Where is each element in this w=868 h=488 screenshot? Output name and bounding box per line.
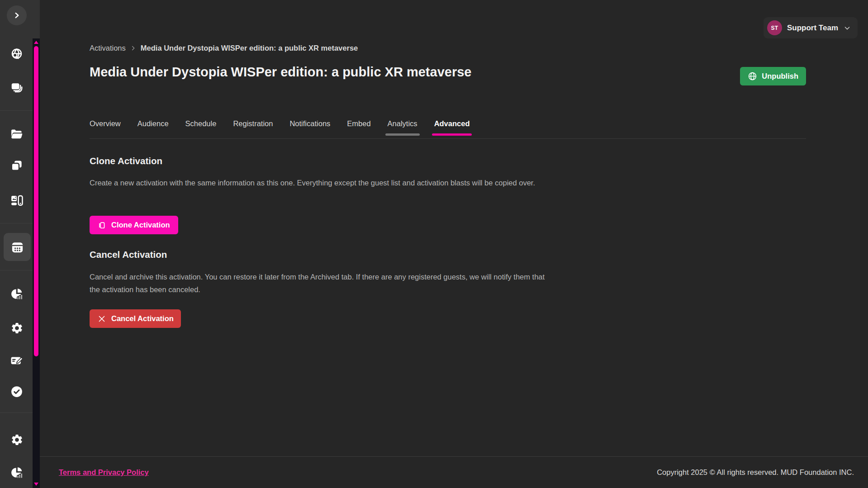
breadcrumb-current: Media Under Dystopia WISPer edition: a p… — [141, 44, 358, 52]
sidebar-item-admin-settings[interactable] — [7, 430, 27, 450]
tab-bar: Overview Audience Schedule Registration … — [90, 114, 806, 139]
sidebar-item-collections[interactable] — [7, 77, 27, 97]
clone-activation-button[interactable]: Clone Activation — [90, 216, 178, 234]
sidebar-item-analytics[interactable] — [7, 284, 27, 304]
sidebar-expand-button[interactable] — [7, 5, 27, 25]
globe-icon — [748, 71, 757, 81]
globe-search-icon — [10, 47, 24, 61]
scrollbar-thumb[interactable] — [34, 46, 38, 356]
pie-chart-icon — [10, 466, 24, 479]
media-layout-icon — [10, 194, 24, 207]
cancel-activation-button[interactable]: Cancel Activation — [90, 309, 181, 328]
stacked-cards-icon — [10, 81, 24, 94]
chevron-right-icon — [11, 9, 23, 21]
clone-button-label: Clone Activation — [111, 221, 170, 229]
clone-section-title: Clone Activation — [90, 156, 162, 166]
tab-audience[interactable]: Audience — [138, 114, 169, 138]
sidebar-item-explore[interactable] — [7, 44, 27, 64]
sidebar-item-approvals[interactable] — [7, 382, 27, 402]
breadcrumb: Activations Media Under Dystopia WISPer … — [90, 44, 358, 52]
sidebar-divider — [0, 223, 33, 223]
tab-schedule[interactable]: Schedule — [185, 114, 217, 138]
gear-icon — [10, 322, 24, 335]
vertical-scrollbar[interactable] — [33, 38, 40, 488]
tab-embed[interactable]: Embed — [347, 114, 370, 138]
main-area: ST Support Team Activations Media Under … — [40, 0, 868, 488]
sidebar-item-activations[interactable] — [4, 233, 31, 261]
clone-icon — [98, 221, 107, 230]
sidebar-item-reports[interactable] — [7, 463, 27, 483]
sidebar-item-duplicates[interactable] — [7, 156, 27, 175]
scroll-up-arrow[interactable] — [34, 41, 38, 44]
copy-icon — [10, 159, 24, 172]
sidebar-divider — [0, 110, 33, 111]
sidebar-divider — [0, 412, 33, 413]
unpublish-button[interactable]: Unpublish — [740, 67, 806, 85]
page-content: Activations Media Under Dystopia WISPer … — [90, 0, 806, 488]
calendar-icon — [10, 240, 24, 254]
unpublish-button-label: Unpublish — [762, 72, 798, 81]
sidebar-item-card-editor[interactable] — [7, 351, 27, 370]
sidebar-divider — [0, 270, 33, 270]
tab-overview[interactable]: Overview — [90, 114, 121, 138]
tab-advanced[interactable]: Advanced — [434, 114, 470, 138]
card-edit-icon — [10, 354, 24, 367]
chevron-down-icon — [843, 24, 851, 32]
sidebar-item-media-layout[interactable] — [7, 190, 27, 210]
chevron-right-icon — [130, 45, 137, 52]
breadcrumb-activations-link[interactable]: Activations — [90, 44, 126, 52]
check-circle-icon — [10, 385, 24, 398]
tab-analytics[interactable]: Analytics — [388, 114, 417, 138]
sidebar-item-settings[interactable] — [7, 318, 27, 338]
clone-section-description: Create a new activation with the same in… — [90, 176, 535, 189]
cancel-section-title: Cancel Activation — [90, 249, 167, 260]
footer: Terms and Privacy Policy Copyright 2025 … — [40, 456, 868, 488]
sidebar-item-files[interactable] — [7, 124, 27, 144]
folder-open-icon — [10, 128, 24, 141]
tab-registration[interactable]: Registration — [233, 114, 273, 138]
gear-icon — [10, 433, 24, 446]
cancel-button-label: Cancel Activation — [111, 314, 174, 323]
copyright-text: Copyright 2025 © All rights reserved. MU… — [657, 468, 854, 477]
scroll-down-arrow[interactable] — [34, 483, 38, 486]
cancel-section-description: Cancel and archive this activation. You … — [90, 270, 555, 296]
tab-notifications[interactable]: Notifications — [289, 114, 330, 138]
pie-chart-icon — [10, 287, 24, 301]
terms-privacy-link[interactable]: Terms and Privacy Policy — [59, 468, 149, 477]
x-icon — [97, 314, 107, 324]
page-title: Media Under Dystopia WISPer edition: a p… — [90, 65, 471, 80]
